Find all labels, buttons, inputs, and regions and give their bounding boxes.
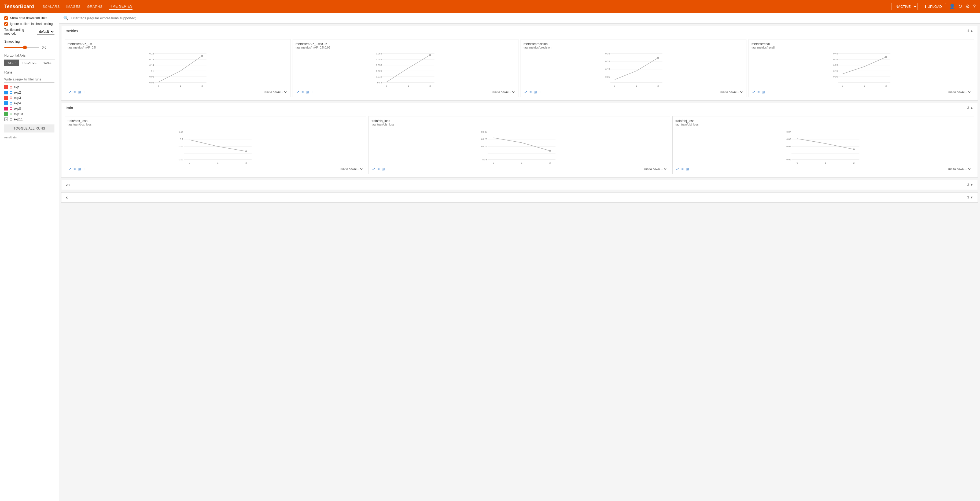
run-dot-exp11 <box>10 118 12 121</box>
download-icon-7[interactable]: ↓ <box>690 166 694 172</box>
list-icon-5[interactable]: ≡ <box>73 166 76 172</box>
axis-relative-button[interactable]: RELATIVE <box>19 60 40 66</box>
download-select-4[interactable]: run to downl... <box>947 90 971 94</box>
tooltip-row: Tooltip sorting method: default <box>4 28 54 35</box>
expand-icon[interactable]: ⤢ <box>68 89 72 95</box>
smoothing-slider[interactable] <box>4 47 39 48</box>
expand-icon-6[interactable]: ⤢ <box>371 166 376 172</box>
filter-input[interactable] <box>71 16 976 20</box>
download-icon-3[interactable]: ↓ <box>539 89 541 95</box>
runs-filter-input[interactable] <box>4 76 54 83</box>
download-icon-5[interactable]: ↓ <box>83 166 86 172</box>
collapse-train-icon[interactable]: ▲ <box>970 106 973 110</box>
nav-scalars[interactable]: SCALARS <box>43 3 60 10</box>
runs-sub: runs/train <box>4 136 54 139</box>
run-checkbox-exp3[interactable] <box>4 96 8 100</box>
grid-icon-4[interactable]: ⊞ <box>761 89 765 95</box>
grid-icon-3[interactable]: ⊞ <box>533 89 538 95</box>
upload-button[interactable]: ℹ UPLOAD <box>921 3 946 10</box>
run-item-exp2: exp2 <box>4 91 54 94</box>
download-icon[interactable]: ↓ <box>83 89 86 95</box>
svg-text:0: 0 <box>386 84 388 87</box>
show-data-links-checkbox[interactable] <box>4 16 8 20</box>
nav-graphs[interactable]: GRAPHS <box>87 3 102 10</box>
run-checkbox-exp8[interactable] <box>4 107 8 110</box>
download-icon-6[interactable]: ↓ <box>387 166 390 172</box>
ignore-outliers-checkbox[interactable] <box>4 22 8 26</box>
download-select-2[interactable]: run to downl... <box>492 90 515 94</box>
run-dot-exp8 <box>10 107 12 110</box>
account-icon[interactable]: 👤 <box>949 3 955 10</box>
list-icon-4[interactable]: ≡ <box>757 89 760 95</box>
settings-icon[interactable]: ⚙ <box>966 3 970 10</box>
axis-section: Horizontal Axis STEP RELATIVE WALL <box>4 54 54 66</box>
run-checkbox-exp11[interactable] <box>4 118 8 121</box>
download-icon-2[interactable]: ↓ <box>310 89 313 95</box>
list-icon[interactable]: ≡ <box>73 89 76 95</box>
status-select[interactable]: INACTIVE <box>891 3 918 10</box>
svg-text:2: 2 <box>201 84 203 87</box>
grid-icon-5[interactable]: ⊞ <box>77 166 81 172</box>
svg-text:0.035: 0.035 <box>481 130 487 133</box>
grid-icon[interactable]: ⊞ <box>77 89 81 95</box>
expand-x-icon[interactable]: ▼ <box>970 196 973 199</box>
expand-icon-2[interactable]: ⤢ <box>296 89 300 95</box>
refresh-icon[interactable]: ↻ <box>958 3 962 10</box>
run-dot-exp <box>10 86 12 89</box>
chart-recall-toolbar: ⤢ ≡ ⊞ ↓ run to downl... <box>751 88 971 96</box>
expand-icon-4[interactable]: ⤢ <box>751 89 756 95</box>
x-section-header: x 3 ▼ <box>61 192 978 202</box>
expand-icon-5[interactable]: ⤢ <box>68 166 72 172</box>
svg-text:0.1: 0.1 <box>180 138 183 140</box>
download-icon-4[interactable]: ↓ <box>767 89 770 95</box>
filter-bar: 🔍 <box>59 13 980 24</box>
download-select-5[interactable]: run to downl... <box>339 167 363 171</box>
axis-wall-button[interactable]: WALL <box>40 60 55 66</box>
download-select-7[interactable]: run to downl... <box>947 167 971 171</box>
svg-point-98 <box>853 149 855 150</box>
collapse-metrics-icon[interactable]: ▲ <box>970 29 973 33</box>
expand-icon-3[interactable]: ⤢ <box>523 89 528 95</box>
val-section: val 3 ▼ <box>61 180 978 190</box>
list-icon-3[interactable]: ≡ <box>529 89 532 95</box>
download-select-3[interactable]: run to downl... <box>719 90 743 94</box>
list-icon-7[interactable]: ≡ <box>681 166 684 172</box>
svg-text:0.25: 0.25 <box>605 60 610 63</box>
run-dot-exp2 <box>10 91 12 94</box>
run-checkbox-exp[interactable] <box>4 85 8 89</box>
smoothing-label: Smoothing <box>4 40 54 43</box>
chart-obj-loss-graph: 0.07 0.05 0.03 0.01 0 1 2 <box>675 128 971 165</box>
list-icon-6[interactable]: ≡ <box>377 166 380 172</box>
run-checkbox-exp10[interactable] <box>4 112 8 116</box>
svg-text:0.14: 0.14 <box>150 64 154 67</box>
grid-icon-6[interactable]: ⊞ <box>381 166 385 172</box>
expand-icon-7[interactable]: ⤢ <box>675 166 679 172</box>
chart-cls-loss: train/cls_loss tag: train/cls_loss 0.035… <box>369 116 670 174</box>
download-select[interactable]: run to downl... <box>263 90 288 94</box>
list-icon-2[interactable]: ≡ <box>301 89 304 95</box>
svg-text:0.35: 0.35 <box>605 52 610 55</box>
grid-icon-7[interactable]: ⊞ <box>685 166 690 172</box>
svg-text:0.45: 0.45 <box>833 52 838 55</box>
run-checkbox-exp4[interactable] <box>4 102 8 105</box>
run-dot-exp10 <box>10 113 12 115</box>
metrics-title: metrics <box>66 29 78 33</box>
svg-text:0.02: 0.02 <box>179 158 183 161</box>
chart-map05-svg: 0.22 0.18 0.14 0.1 0.06 0.02 0 1 2 <box>68 51 288 88</box>
expand-val-icon[interactable]: ▼ <box>970 183 973 187</box>
axis-step-button[interactable]: STEP <box>4 60 19 66</box>
tooltip-select[interactable]: default <box>37 29 54 35</box>
toggle-all-runs-button[interactable]: TOGGLE ALL RUNS <box>4 124 54 132</box>
run-checkbox-exp2[interactable] <box>4 91 8 94</box>
help-icon[interactable]: ? <box>973 4 976 10</box>
download-select-6[interactable]: run to downl... <box>643 167 667 171</box>
run-label-exp2: exp2 <box>14 91 21 94</box>
run-dot-exp3 <box>10 97 12 99</box>
chart-box-loss: train/box_loss tag: train/box_loss 0.14 … <box>65 116 366 174</box>
svg-text:0.15: 0.15 <box>605 68 610 70</box>
nav-images[interactable]: IMAGES <box>66 3 81 10</box>
horizontal-axis-label: Horizontal Axis <box>4 54 54 57</box>
chart-map05-toolbar: ⤢ ≡ ⊞ ↓ run to downl... <box>68 88 288 96</box>
nav-time-series[interactable]: TIME SERIES <box>109 3 132 10</box>
grid-icon-2[interactable]: ⊞ <box>305 89 310 95</box>
